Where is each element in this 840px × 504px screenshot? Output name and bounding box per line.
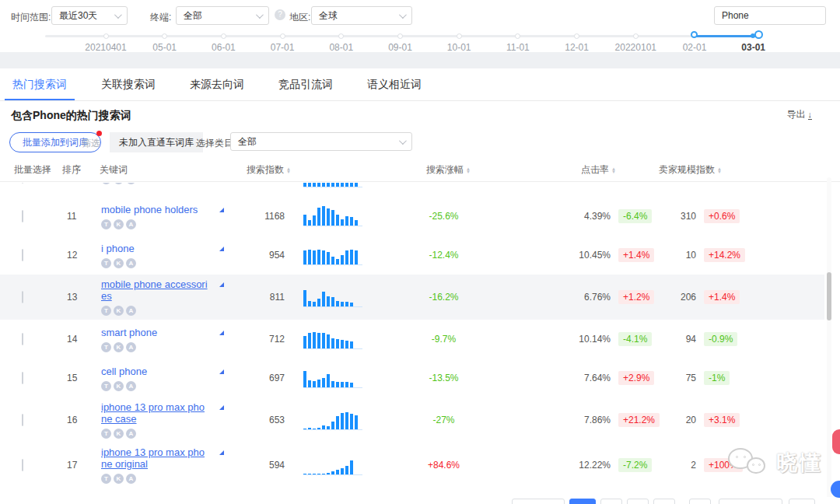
terminal-select[interactable]: 全部 xyxy=(176,6,269,25)
timeline-tick xyxy=(515,33,520,39)
channel-badge-K: K xyxy=(114,474,124,484)
search-input[interactable] xyxy=(715,10,840,21)
search-index-cell: 811 xyxy=(237,292,303,303)
keyword-expand-icon[interactable] xyxy=(219,282,224,287)
seller-delta-badge: +14.2% xyxy=(704,248,745,262)
pagination-button[interactable] xyxy=(627,499,649,504)
channel-badge-K: K xyxy=(114,381,124,391)
date-range-slider[interactable]: 2021040105-0106-0107-0108-0109-0110-0111… xyxy=(0,30,840,53)
row-checkbox[interactable] xyxy=(22,372,23,384)
keyword-search-box[interactable] xyxy=(714,6,826,25)
region-select[interactable]: 全球 xyxy=(311,6,412,25)
time-range-value: 最近30天 xyxy=(59,9,97,23)
scrollbar-thumb[interactable] xyxy=(827,272,831,320)
search-change-cell: -25.6% xyxy=(401,211,513,222)
results-card: 热门搜索词关联搜索词来源去向词竞品引流词语义相近词 包含Phone的热门搜索词 … xyxy=(0,68,840,504)
seller-delta-badge: -0.9% xyxy=(704,332,737,346)
keyword-link[interactable]: mobile phone holders xyxy=(101,204,208,215)
trend-mini-bar-chart[interactable] xyxy=(303,183,362,187)
tab-bar: 热门搜索词关联搜索词来源去向词竞品引流词语义相近词 xyxy=(0,68,840,101)
trend-mini-bar-chart[interactable] xyxy=(303,455,362,475)
help-icon[interactable]: ? xyxy=(275,9,285,20)
rank-cell: 16 xyxy=(47,415,101,425)
export-button[interactable]: 导出 ↓ xyxy=(787,108,813,121)
seller-delta-badge: +1.4% xyxy=(704,290,740,304)
filter-button[interactable]: 筛选 xyxy=(82,137,100,150)
keyword-expand-icon[interactable] xyxy=(219,405,224,410)
search-index-cell: 712 xyxy=(237,334,303,345)
slider-track[interactable] xyxy=(45,35,762,37)
pagination-active-page[interactable] xyxy=(569,499,596,504)
pagination xyxy=(0,497,840,504)
trend-mini-bar-chart[interactable] xyxy=(303,368,362,388)
trend-mini-bar-chart[interactable] xyxy=(303,206,362,226)
terminal-value: 全部 xyxy=(184,9,202,23)
keyword-expand-icon[interactable] xyxy=(219,331,224,335)
trend-mini-bar-chart[interactable] xyxy=(303,329,362,349)
rank-cell: 12 xyxy=(47,250,101,261)
tab-3[interactable]: 竞品引流词 xyxy=(277,69,334,100)
timeline-tick xyxy=(280,33,285,39)
tab-2[interactable]: 来源去向词 xyxy=(188,69,246,100)
channel-badge-K: K xyxy=(114,429,124,439)
row-checkbox[interactable] xyxy=(22,459,23,471)
keyword-expand-icon[interactable] xyxy=(219,450,224,455)
seller-index-cell: 75 xyxy=(665,373,696,383)
row-checkbox[interactable] xyxy=(22,414,23,426)
timeline-tick xyxy=(162,33,167,39)
table-header: 批量选择 排序 关键词 搜索指数▲▼ 搜索涨幅▲▼ 点击率▲▼ 卖家规模指数▲▼ xyxy=(0,160,840,182)
sort-icon[interactable]: ▲▼ xyxy=(286,167,291,173)
pagination-button[interactable] xyxy=(719,499,782,504)
timeline-tick-label: 11-01 xyxy=(506,42,530,53)
channel-badge-T: T xyxy=(101,342,111,352)
row-checkbox[interactable] xyxy=(22,210,23,222)
keyword-link[interactable]: i phone xyxy=(101,243,208,254)
keyword-link[interactable]: iphone 13 pro max phone original xyxy=(101,446,208,470)
table-row: TKA xyxy=(0,183,824,197)
tab-0[interactable]: 热门搜索词 xyxy=(11,69,68,100)
vertical-scrollbar[interactable] xyxy=(827,177,831,504)
keyword-expand-icon[interactable] xyxy=(219,369,224,374)
slider-handle-end[interactable] xyxy=(754,30,763,39)
trend-mini-bar-chart[interactable] xyxy=(303,245,362,265)
header-search-index: 搜索指数▲▼ xyxy=(247,163,291,177)
keyword-expand-icon[interactable] xyxy=(219,208,224,212)
chevron-down-icon xyxy=(256,11,264,19)
trend-mini-bar-chart[interactable] xyxy=(303,410,362,430)
not-in-ztc-button[interactable]: 未加入直通车词库 xyxy=(110,132,203,152)
ctr-delta-badge: +2.9% xyxy=(618,371,654,385)
floating-pink-button[interactable] xyxy=(832,429,840,454)
keyword-link[interactable]: iphone 13 pro max phone case xyxy=(101,401,208,425)
pagination-button[interactable] xyxy=(689,499,711,504)
sort-icon[interactable]: ▲▼ xyxy=(466,167,471,173)
table-row: 17 iphone 13 pro max phone original TKA … xyxy=(0,443,824,488)
ctr-delta-badge: +1.2% xyxy=(618,290,654,304)
rank-cell: 15 xyxy=(47,373,101,383)
keyword-link[interactable]: smart phone xyxy=(101,327,208,338)
time-range-select[interactable]: 最近30天 xyxy=(51,6,128,25)
row-checkbox[interactable] xyxy=(22,249,23,261)
search-index-cell: 653 xyxy=(237,415,303,425)
rank-cell: 13 xyxy=(47,292,101,303)
row-checkbox[interactable] xyxy=(22,333,23,345)
sort-icon[interactable]: ▲▼ xyxy=(611,167,616,173)
category-select[interactable]: 全部 xyxy=(230,132,412,151)
ctr-delta-badge: +1.4% xyxy=(618,248,654,262)
search-index-cell: 1168 xyxy=(237,211,303,222)
keyword-link[interactable]: mobile phone accessories xyxy=(101,278,208,302)
sort-icon[interactable]: ▲▼ xyxy=(717,167,722,173)
tab-1[interactable]: 关联搜索词 xyxy=(100,69,157,100)
pagination-button[interactable] xyxy=(789,499,815,504)
chevron-down-icon xyxy=(399,11,407,19)
pagination-button[interactable] xyxy=(512,499,565,504)
tab-4[interactable]: 语义相近词 xyxy=(366,69,423,100)
row-checkbox[interactable] xyxy=(22,183,23,184)
pagination-button[interactable] xyxy=(600,499,622,504)
pagination-button[interactable] xyxy=(653,499,675,504)
row-checkbox[interactable] xyxy=(22,291,23,303)
trend-mini-bar-chart[interactable] xyxy=(303,287,362,307)
channel-badge-K: K xyxy=(114,258,124,268)
keyword-link[interactable]: cell phone xyxy=(101,366,208,377)
keyword-expand-icon[interactable] xyxy=(219,247,224,251)
slider-handle-start[interactable] xyxy=(691,31,698,38)
